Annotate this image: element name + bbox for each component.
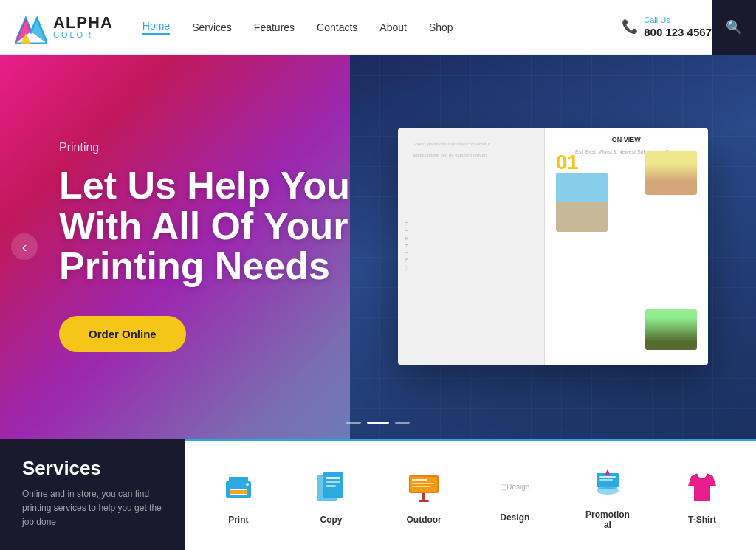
- slider-prev-button[interactable]: ‹: [11, 233, 38, 260]
- logo-icon: [15, 11, 47, 44]
- svg-rect-26: [599, 479, 613, 481]
- hero-subtitle: Printing: [59, 141, 399, 154]
- design-label: Design: [500, 512, 529, 523]
- slider-dot-1[interactable]: [346, 422, 361, 424]
- nav-home[interactable]: Home: [142, 20, 170, 35]
- nav-features[interactable]: Features: [254, 21, 295, 33]
- services-list: Print Copy: [185, 439, 756, 550]
- svg-rect-12: [326, 477, 340, 479]
- nav-contacts[interactable]: Contacts: [317, 21, 357, 33]
- svg-rect-21: [419, 500, 429, 502]
- svg-point-9: [246, 483, 249, 486]
- copy-icon: [311, 467, 351, 507]
- promotion-label: Promotional: [585, 509, 630, 530]
- hero-image: C L A P I N G Lorem ipsum dolor sit amet…: [350, 55, 756, 439]
- svg-rect-13: [326, 481, 340, 483]
- hero-title: Let Us Help You With All Of Your Printin…: [59, 165, 399, 286]
- services-description: Online and in store, you can find printi…: [22, 487, 162, 530]
- logo-alpha-text: ALPHA: [53, 15, 113, 31]
- tshirt-icon: [682, 467, 723, 507]
- copy-label: Copy: [320, 515, 342, 525]
- print-icon: [218, 467, 258, 507]
- svg-rect-17: [412, 479, 427, 481]
- main-nav: Home Services Features Contacts About Sh…: [142, 20, 622, 35]
- search-icon: 🔍: [726, 19, 742, 35]
- logo[interactable]: ALPHA COLOR: [15, 11, 113, 44]
- nav-shop[interactable]: Shop: [429, 21, 453, 33]
- call-us: 📞 Call Us 800 123 4567: [622, 15, 712, 40]
- promotion-icon: [587, 461, 628, 502]
- service-item-design[interactable]: ▢Design Design: [496, 468, 533, 523]
- tshirt-label: T-Shirt: [688, 515, 716, 525]
- hero-content: Printing Let Us Help You With All Of You…: [59, 141, 399, 352]
- call-label: Call Us: [644, 15, 712, 25]
- service-item-tshirt[interactable]: T-Shirt: [682, 467, 723, 525]
- logo-color-text: COLOR: [53, 31, 113, 39]
- slider-dot-3[interactable]: [395, 422, 410, 424]
- svg-rect-7: [230, 490, 247, 492]
- services-section: Services Online and in store, you can fi…: [0, 439, 756, 550]
- order-online-button[interactable]: Order Online: [59, 316, 186, 352]
- svg-rect-14: [326, 485, 336, 487]
- slider-dot-2[interactable]: [367, 422, 389, 424]
- print-label: Print: [228, 515, 248, 525]
- phone-icon: 📞: [622, 18, 638, 35]
- slider-dots: [346, 422, 410, 424]
- design-icon: ▢Design: [496, 468, 533, 505]
- services-left: Services Online and in store, you can fi…: [0, 439, 185, 550]
- svg-rect-20: [422, 493, 425, 501]
- nav-services[interactable]: Services: [192, 21, 232, 33]
- header: ALPHA COLOR Home Services Features Conta…: [0, 0, 756, 55]
- nav-about[interactable]: About: [379, 21, 407, 33]
- svg-rect-18: [412, 483, 434, 484]
- service-item-copy[interactable]: Copy: [311, 467, 351, 525]
- book-visual: C L A P I N G Lorem ipsum dolor sit amet…: [398, 128, 708, 365]
- svg-rect-5: [229, 477, 248, 484]
- service-item-outdoor[interactable]: Outdoor: [404, 467, 444, 525]
- outdoor-label: Outdoor: [406, 515, 441, 525]
- svg-rect-8: [230, 492, 247, 494]
- svg-rect-25: [599, 476, 616, 478]
- hero-section: C L A P I N G Lorem ipsum dolor sit amet…: [0, 55, 756, 439]
- search-button[interactable]: 🔍: [712, 0, 756, 55]
- services-title: Services: [22, 457, 162, 480]
- service-item-promotion[interactable]: Promotional: [585, 461, 630, 530]
- service-item-print[interactable]: Print: [218, 467, 258, 525]
- svg-marker-27: [605, 469, 610, 475]
- svg-rect-19: [412, 486, 430, 487]
- header-right: 📞 Call Us 800 123 4567: [622, 15, 712, 40]
- phone-number: 800 123 4567: [644, 25, 712, 40]
- outdoor-icon: [404, 467, 444, 507]
